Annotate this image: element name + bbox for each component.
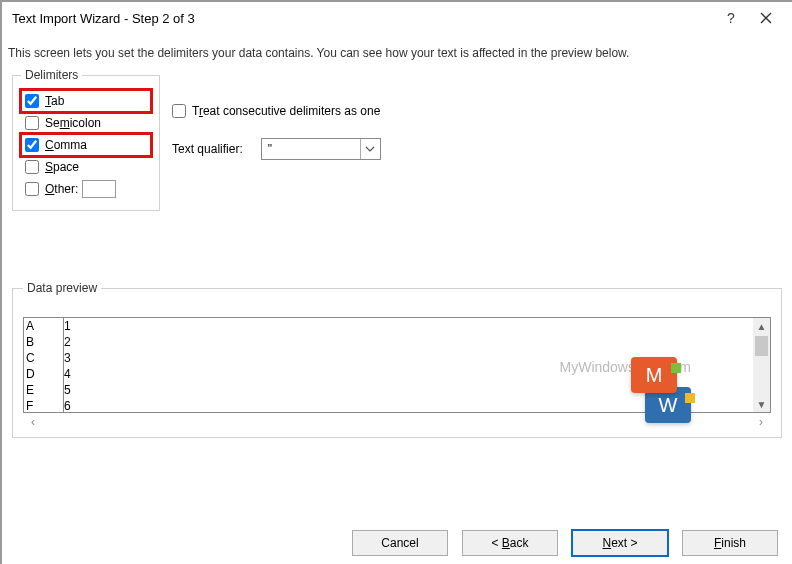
- preview-cell: A: [26, 318, 61, 334]
- delimiter-semicolon-checkbox[interactable]: [25, 116, 39, 130]
- delimiter-tab-label: Tab: [45, 94, 64, 108]
- data-preview-group: Data preview A B C D E F 1 2 3 4 5 6 ▲: [12, 281, 782, 438]
- text-qualifier-value: ": [268, 142, 272, 156]
- window-title: Text Import Wizard - Step 2 of 3: [12, 11, 716, 26]
- treat-consecutive-checkbox[interactable]: [172, 104, 186, 118]
- delimiter-other-row[interactable]: Other:: [21, 178, 151, 200]
- delimiter-other-input[interactable]: [82, 180, 116, 198]
- delimiter-space-label: Space: [45, 160, 79, 174]
- preview-col-1: A B C D E F: [24, 318, 64, 413]
- scroll-right-icon[interactable]: ›: [753, 415, 769, 429]
- preview-cell: F: [26, 398, 61, 413]
- delimiter-semicolon-row[interactable]: Semicolon: [21, 112, 151, 134]
- delimiter-semicolon-label: Semicolon: [45, 116, 101, 130]
- preview-col-2: 1 2 3 4 5 6: [64, 318, 753, 413]
- delimiter-space-checkbox[interactable]: [25, 160, 39, 174]
- preview-cell: 6: [64, 398, 753, 413]
- preview-cell: 2: [64, 334, 753, 350]
- preview-cell: B: [26, 334, 61, 350]
- treat-consecutive-row[interactable]: Treat consecutive delimiters as one: [172, 100, 381, 122]
- finish-button[interactable]: Finish: [682, 530, 778, 556]
- preview-cell: 4: [64, 366, 753, 382]
- horizontal-scrollbar[interactable]: ‹ ›: [23, 413, 771, 429]
- data-preview-legend: Data preview: [23, 281, 101, 295]
- delimiter-tab-row[interactable]: Tab: [21, 90, 151, 112]
- close-icon[interactable]: [746, 4, 786, 32]
- delimiter-other-label: Other:: [45, 182, 78, 196]
- scroll-up-icon[interactable]: ▲: [753, 318, 770, 334]
- delimiter-comma-label: Comma: [45, 138, 87, 152]
- data-preview-grid: A B C D E F 1 2 3 4 5 6: [24, 318, 753, 412]
- delimiters-legend: Delimiters: [21, 68, 82, 82]
- screen-description: This screen lets you set the delimiters …: [2, 34, 792, 68]
- titlebar: Text Import Wizard - Step 2 of 3 ?: [2, 2, 792, 34]
- preview-cell: 5: [64, 382, 753, 398]
- preview-cell: C: [26, 350, 61, 366]
- back-button[interactable]: < Back: [462, 530, 558, 556]
- wizard-button-row: Cancel < Back Next > Finish: [352, 530, 778, 556]
- data-preview-box: A B C D E F 1 2 3 4 5 6 ▲ ▼: [23, 317, 771, 413]
- help-icon[interactable]: ?: [716, 4, 746, 32]
- delimiter-other-checkbox[interactable]: [25, 182, 39, 196]
- delimiter-comma-row[interactable]: Comma: [21, 134, 151, 156]
- preview-cell: D: [26, 366, 61, 382]
- preview-cell: 1: [64, 318, 753, 334]
- text-qualifier-label: Text qualifier:: [172, 142, 243, 156]
- next-button[interactable]: Next >: [572, 530, 668, 556]
- scroll-left-icon[interactable]: ‹: [25, 415, 41, 429]
- delimiter-comma-checkbox[interactable]: [25, 138, 39, 152]
- vertical-scrollbar[interactable]: ▲ ▼: [753, 318, 770, 412]
- preview-cell: 3: [64, 350, 753, 366]
- chevron-down-icon: [360, 139, 380, 159]
- text-qualifier-select[interactable]: ": [261, 138, 381, 160]
- preview-cell: E: [26, 382, 61, 398]
- delimiters-group: Delimiters Tab Semicolon Comma Space Oth…: [12, 68, 160, 211]
- scroll-down-icon[interactable]: ▼: [753, 396, 770, 412]
- delimiter-tab-checkbox[interactable]: [25, 94, 39, 108]
- delimiter-space-row[interactable]: Space: [21, 156, 151, 178]
- treat-consecutive-label: Treat consecutive delimiters as one: [192, 104, 380, 118]
- scroll-thumb[interactable]: [755, 336, 768, 356]
- cancel-button[interactable]: Cancel: [352, 530, 448, 556]
